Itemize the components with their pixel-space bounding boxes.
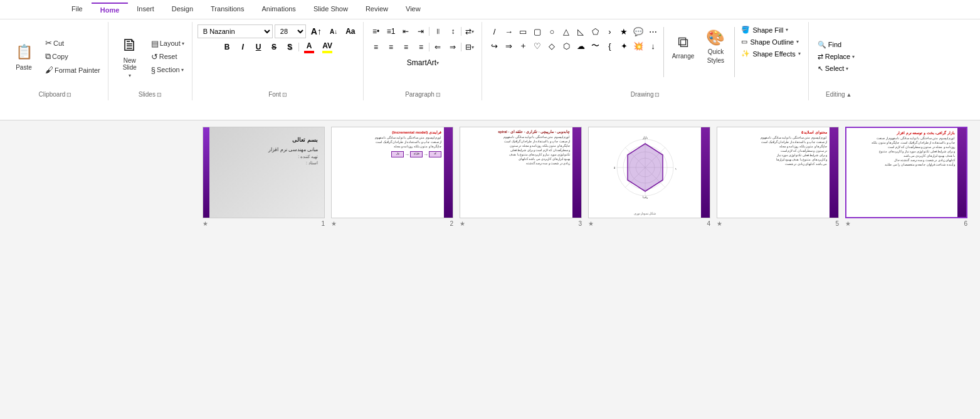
- shape-rounded-rect[interactable]: ▢: [530, 24, 544, 38]
- shape-more[interactable]: ⋯: [646, 24, 660, 38]
- shape-pentagon[interactable]: ⬠: [588, 24, 602, 38]
- reset-button[interactable]: ↺ Reset: [149, 51, 187, 63]
- shape-wave[interactable]: 〜: [588, 39, 602, 53]
- shape-effects-button[interactable]: ✨ Shape Effects ▾: [739, 48, 803, 59]
- underline-button[interactable]: U: [251, 40, 265, 54]
- new-slide-icon: 🗎: [120, 35, 140, 55]
- strikethrough-button[interactable]: S: [267, 40, 281, 54]
- decrease-indent-button[interactable]: ⇤: [399, 24, 413, 38]
- new-slide-arrow: ▾: [129, 73, 131, 78]
- slide6-number: 6: [964, 220, 967, 227]
- convert-smartart-button[interactable]: SmartArt ▾: [404, 56, 441, 70]
- align-center-button[interactable]: ≡: [384, 40, 398, 54]
- slides-group-label[interactable]: Slides ⊡: [139, 91, 162, 98]
- font-color-button[interactable]: A: [301, 40, 317, 54]
- tab-design[interactable]: Design: [163, 3, 202, 19]
- shape-plus[interactable]: ＋: [516, 39, 530, 53]
- shape-chevron[interactable]: ›: [603, 24, 616, 38]
- group-drawing: / → ▭ ▢ ○ △ ◺ ⬠ › ★ 💬 ⋯ ↪ ⇒: [482, 22, 808, 100]
- paste-icon: 📋: [14, 42, 34, 62]
- slide-thumb-3[interactable]: چابدوبی - مارپیچی - تکراری - حلقه ای - s…: [460, 127, 582, 227]
- decrease-font-button[interactable]: A↓: [327, 24, 340, 38]
- slide-thumb-5[interactable]: محتوای اسلاید ۵ لورم ایپسوم متن ساختگی ب…: [717, 127, 839, 227]
- shape-hexagon[interactable]: ⬡: [559, 39, 573, 53]
- font-size-select[interactable]: 28: [275, 24, 306, 38]
- line-spacing-button[interactable]: ↕: [446, 24, 460, 38]
- shape-diamond[interactable]: ◇: [545, 39, 559, 53]
- copy-button[interactable]: ⧉ Copy: [43, 50, 103, 63]
- tab-animations[interactable]: Animations: [253, 3, 304, 19]
- tab-view[interactable]: View: [397, 3, 429, 19]
- slide-thumb-inner-6: بازار گرافی، بخت و توسعه نرم افزار لورم …: [845, 127, 967, 218]
- shape-star5[interactable]: ★: [617, 24, 631, 38]
- shape-block-arrow[interactable]: ⇒: [502, 39, 515, 53]
- highlight-button[interactable]: AV: [319, 40, 335, 54]
- shape-triangle[interactable]: △: [559, 24, 573, 38]
- shape-explosion[interactable]: 💥: [631, 39, 645, 53]
- columns-button[interactable]: ⫴: [431, 24, 445, 38]
- shape-heart[interactable]: ♡: [530, 39, 544, 53]
- shape-right-triangle[interactable]: ◺: [574, 24, 587, 38]
- shape-rectangle[interactable]: ▭: [516, 24, 530, 38]
- clear-formatting-button[interactable]: Aa: [342, 24, 358, 38]
- paragraph-group-label[interactable]: Paragraph ⊡: [405, 91, 441, 98]
- section-button[interactable]: § Section ▾: [149, 64, 187, 76]
- font-name-select[interactable]: B Nazanin: [198, 24, 273, 38]
- new-slide-button[interactable]: 🗎 New Slide ▾: [113, 33, 146, 81]
- replace-button[interactable]: ⇄ Replace ▾: [814, 51, 864, 62]
- align-right-button[interactable]: ≡: [399, 40, 413, 54]
- paste-button[interactable]: 📋 Paste: [8, 34, 40, 78]
- slide6-star: ★: [845, 220, 851, 227]
- find-button[interactable]: 🔍 Find: [814, 40, 864, 50]
- shape-star4[interactable]: ✦: [617, 39, 631, 53]
- italic-button[interactable]: I: [236, 40, 250, 54]
- slide-thumb-2[interactable]: فرایندی (Incremental model) لورم ایپسوم …: [331, 127, 453, 227]
- clipboard-group-label[interactable]: Clipboard ⊡: [38, 91, 71, 98]
- font-group-label[interactable]: Font ⊡: [268, 91, 287, 98]
- tab-home[interactable]: Home: [92, 3, 129, 19]
- tab-review[interactable]: Review: [357, 3, 397, 19]
- editing-expand-icon[interactable]: ▲: [846, 92, 852, 98]
- increase-indent-button[interactable]: ⇥: [414, 24, 428, 38]
- shadow-button[interactable]: S: [283, 40, 297, 54]
- slides-expand-icon: ⊡: [157, 92, 162, 98]
- shape-outline-button[interactable]: ▭ Shape Outline ▾: [739, 36, 803, 47]
- bullets-button[interactable]: ≡•: [369, 24, 382, 38]
- bold-button[interactable]: B: [220, 40, 234, 54]
- text-direction-button[interactable]: ⇄ ▾: [463, 24, 477, 38]
- drawing-group-label[interactable]: Drawing ⊡: [631, 91, 660, 98]
- rtl-button[interactable]: ⇐: [431, 40, 445, 54]
- tab-file[interactable]: File: [63, 3, 92, 19]
- ltr-button[interactable]: ⇒: [446, 40, 460, 54]
- para-row1: ≡• ≡1 ⇤ ⇥ ⫴ ↕ ⇄ ▾: [369, 24, 477, 38]
- increase-font-button[interactable]: A↑: [308, 24, 325, 38]
- shape-brace[interactable]: {: [603, 39, 616, 53]
- tab-transitions[interactable]: Transitions: [202, 3, 253, 19]
- select-button[interactable]: ↖ Select ▾: [814, 63, 864, 74]
- shape-callout[interactable]: 💬: [631, 24, 645, 38]
- justify-button[interactable]: ≡: [414, 40, 428, 54]
- slide3-text: لورم ایپسوم متن ساختگی با تولید سادگی نا…: [472, 135, 570, 166]
- shape-fill-button[interactable]: 🪣 Shape Fill ▾: [739, 24, 803, 35]
- shape-circle[interactable]: ○: [545, 24, 559, 38]
- shape-fill-label: Shape Fill: [752, 26, 783, 34]
- tab-insert[interactable]: Insert: [128, 3, 163, 19]
- shapes-grid: / → ▭ ▢ ○ △ ◺ ⬠ › ★ 💬 ⋯ ↪ ⇒: [487, 24, 660, 53]
- shape-line[interactable]: /: [487, 24, 501, 38]
- shape-down-arrow[interactable]: ↓: [646, 39, 660, 53]
- numbering-button[interactable]: ≡1: [384, 24, 398, 38]
- slide-thumb-4[interactable]: بازار فروش رقبا قیمت شکل نمودار دوری ★ 4: [588, 127, 710, 227]
- align-text-button[interactable]: ⊟ ▾: [463, 40, 477, 54]
- format-painter-button[interactable]: 🖌 Format Painter: [43, 64, 103, 76]
- slide-thumb-6[interactable]: بازار گرافی، بخت و توسعه نرم افزار لورم …: [845, 127, 967, 227]
- align-left-button[interactable]: ≡: [369, 40, 382, 54]
- shape-curved-arrow[interactable]: ↪: [487, 39, 501, 53]
- tab-slideshow[interactable]: Slide Show: [305, 3, 357, 19]
- quick-styles-button[interactable]: 🎨 Quick Styles: [700, 24, 730, 68]
- shape-cloud[interactable]: ☁: [574, 39, 587, 53]
- cut-button[interactable]: ✂ Cut: [43, 37, 103, 49]
- arrange-button[interactable]: ⧉ Arrange: [668, 24, 698, 68]
- shape-arrow[interactable]: →: [502, 24, 515, 38]
- layout-button[interactable]: ▤ Layout ▾: [149, 38, 187, 50]
- slide-thumb-1[interactable]: بسم تعالی مبانی مهندسی نرم افزار تهیه کن…: [203, 127, 325, 227]
